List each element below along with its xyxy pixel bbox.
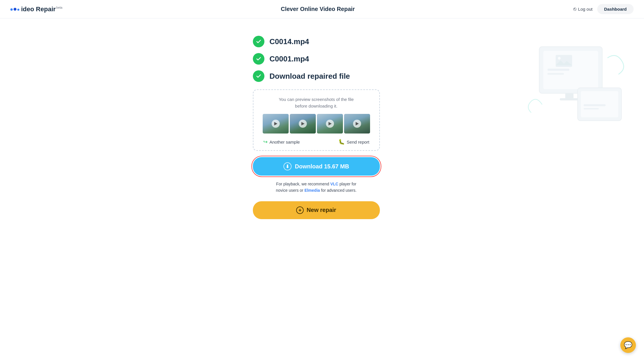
vlc-link[interactable]: VLC bbox=[330, 182, 338, 186]
logo-beta: beta bbox=[56, 6, 62, 9]
logout-button[interactable]: ⎋ Log out bbox=[573, 6, 593, 12]
logout-icon: ⎋ bbox=[573, 6, 576, 12]
svg-rect-6 bbox=[565, 93, 574, 99]
elmedia-link[interactable]: Elmedia bbox=[305, 188, 320, 193]
chat-button[interactable]: 💬 bbox=[620, 337, 636, 353]
preview-actions: ↪ Another sample 🐛 Send report bbox=[260, 139, 372, 145]
svg-rect-11 bbox=[584, 108, 599, 110]
logo-area: ideo Repairbeta bbox=[10, 5, 62, 13]
preview-text-line2: before downloading it. bbox=[295, 104, 337, 108]
chat-icon: 💬 bbox=[624, 341, 632, 349]
another-sample-label: Another sample bbox=[270, 140, 300, 144]
thumbnails-container bbox=[260, 114, 372, 134]
file2-name: C0001.mp4 bbox=[270, 54, 309, 63]
background-decoration bbox=[523, 36, 632, 140]
thumbnail-4[interactable] bbox=[344, 114, 370, 134]
svg-rect-0 bbox=[539, 47, 602, 93]
svg-rect-3 bbox=[548, 73, 564, 75]
rec-text-part4: for advanced users. bbox=[320, 188, 356, 193]
download-btn-wrapper: ⬇ Download 15.67 MB bbox=[253, 157, 380, 176]
svg-rect-2 bbox=[548, 69, 570, 71]
logo-text: ideo Repairbeta bbox=[21, 5, 62, 13]
thumbnail-3[interactable] bbox=[317, 114, 343, 134]
header: ideo Repairbeta Clever Online Video Repa… bbox=[0, 0, 644, 18]
thumbnail-1[interactable] bbox=[263, 114, 289, 134]
send-report-label: Send report bbox=[347, 140, 369, 144]
header-right: ⎋ Log out Dashboard bbox=[573, 4, 634, 14]
svg-rect-4 bbox=[556, 55, 572, 67]
dot3 bbox=[17, 9, 19, 11]
logo-dots bbox=[10, 8, 19, 11]
file2-row: C0001.mp4 bbox=[253, 53, 309, 65]
play-triangle-3 bbox=[328, 122, 332, 125]
play-triangle-4 bbox=[356, 122, 359, 125]
new-repair-button[interactable]: + New repair bbox=[253, 201, 380, 219]
svg-rect-7 bbox=[560, 98, 579, 101]
dot2 bbox=[14, 8, 16, 11]
download-repaired-row: Download repaired file bbox=[253, 70, 350, 82]
file1-check-icon bbox=[253, 36, 264, 47]
download-btn-label: Download 15.67 MB bbox=[295, 163, 349, 170]
file1-name: C0014.mp4 bbox=[270, 37, 309, 46]
new-repair-plus-icon: + bbox=[296, 206, 304, 214]
content-area: C0014.mp4 C0001.mp4 Download repaired fi… bbox=[253, 36, 391, 219]
logo-text-value: ideo Repair bbox=[21, 5, 56, 13]
svg-point-5 bbox=[558, 57, 561, 60]
preview-text-line1: You can preview screenshots of the file bbox=[279, 97, 354, 102]
send-report-button[interactable]: 🐛 Send report bbox=[338, 139, 369, 145]
rec-text-part2: player for bbox=[338, 182, 356, 186]
main-content: C0014.mp4 C0001.mp4 Download repaired fi… bbox=[0, 18, 644, 231]
send-report-icon: 🐛 bbox=[338, 139, 345, 145]
download-button[interactable]: ⬇ Download 15.67 MB bbox=[253, 157, 380, 176]
download-repaired-label: Download repaired file bbox=[270, 72, 350, 81]
download-btn-icon: ⬇ bbox=[283, 162, 292, 170]
another-sample-button[interactable]: ↪ Another sample bbox=[263, 139, 300, 145]
rec-text-part3: novice users or bbox=[276, 188, 305, 193]
dashboard-button[interactable]: Dashboard bbox=[597, 4, 634, 14]
rec-text-part1: For playback, we recommend bbox=[276, 182, 331, 186]
play-icon-1 bbox=[272, 120, 280, 128]
play-triangle-2 bbox=[301, 122, 305, 125]
play-triangle-1 bbox=[274, 122, 277, 125]
new-repair-label: New repair bbox=[307, 207, 336, 213]
dot1 bbox=[10, 8, 13, 11]
svg-rect-1 bbox=[543, 51, 598, 89]
preview-text: You can preview screenshots of the file … bbox=[260, 96, 372, 109]
thumbnail-2[interactable] bbox=[290, 114, 316, 134]
play-icon-4 bbox=[353, 120, 361, 128]
svg-rect-10 bbox=[584, 104, 606, 106]
header-title: Clever Online Video Repair bbox=[281, 6, 355, 12]
play-icon-2 bbox=[299, 120, 307, 128]
svg-rect-8 bbox=[578, 88, 621, 121]
svg-rect-9 bbox=[581, 91, 618, 117]
recommendation-text: For playback, we recommend VLC player fo… bbox=[253, 181, 380, 194]
download-check-icon bbox=[253, 70, 264, 82]
file1-row: C0014.mp4 bbox=[253, 36, 309, 47]
logout-label: Log out bbox=[578, 7, 593, 12]
play-icon-3 bbox=[326, 120, 334, 128]
another-sample-icon: ↪ bbox=[263, 139, 268, 145]
file2-check-icon bbox=[253, 53, 264, 65]
preview-box: You can preview screenshots of the file … bbox=[253, 89, 380, 151]
